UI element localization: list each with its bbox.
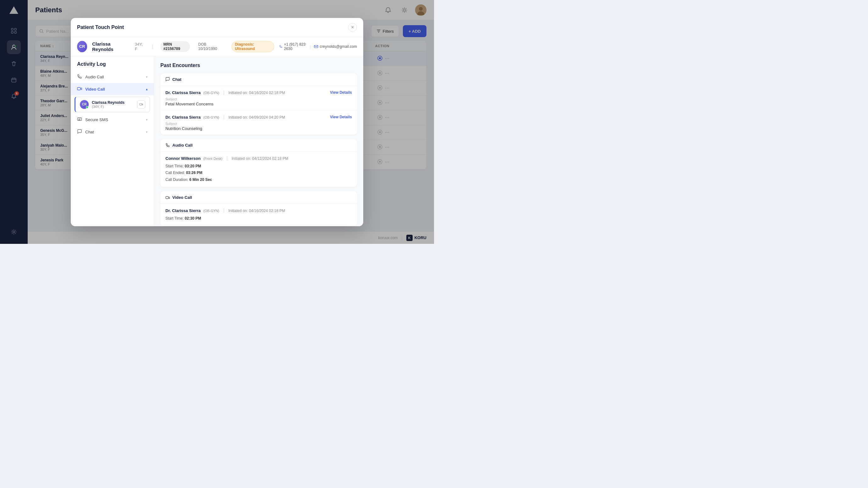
start-time: 03:20 PM [185, 164, 201, 168]
sub-item-meta: (34Y, F) [92, 105, 125, 109]
encounter-specialty: (OB-GYN) [203, 91, 219, 95]
video-section-label: Video Call [172, 195, 192, 200]
chat-icon [77, 129, 82, 135]
sub-item-name: Clarissa Reynolds [92, 100, 125, 105]
secure-sms-label: Secure SMS [85, 117, 108, 122]
call-duration: 6 Min 20 Sec [189, 178, 212, 182]
encounters-title: Past Encounters [160, 63, 357, 68]
encounter-doctor: Dr. Clarissa Sierra [165, 90, 200, 95]
encounter-date: Initiated on: 04/16/2024 02:18 PM [228, 209, 285, 213]
encounter-specialty: (OB-GYN) [203, 116, 219, 119]
chat-label: Chat [85, 130, 94, 134]
phone-icon [279, 44, 282, 49]
encounter-doctor: Dr. Clarissa Sierra [165, 115, 200, 120]
audio-call-label: Audio Call [85, 74, 104, 79]
encounter-subject: Nutrition Counseling [165, 126, 352, 131]
patient-phone: +1 (917) 823 2630 [279, 42, 307, 51]
audio-call-chevron: ▾ [146, 75, 148, 79]
patient-avatar: CR [77, 41, 87, 52]
audio-section-icon [165, 143, 170, 147]
patient-email: creynolds@gmail.com [314, 44, 357, 49]
encounter-item-header: Connor Wilkerson (Front Desk) | Initiate… [165, 155, 352, 161]
activity-item-video-call[interactable]: Video Call ▴ [71, 83, 154, 95]
view-details-button-2[interactable]: View Details [330, 115, 352, 119]
patient-name: Clarissa Reynolds [92, 41, 129, 52]
modal-overlay[interactable]: Patient Touch Point × CR Clarissa Reynol… [0, 0, 434, 244]
encounter-item-video-1: Dr. Clarissa Sierra (OB-GYN) | Initiated… [160, 204, 357, 226]
encounter-section-chat-header: Chat [160, 73, 357, 86]
patient-dob: DOB 10/10/1990 [195, 41, 226, 52]
activity-item-audio-call[interactable]: Audio Call ▾ [71, 71, 154, 83]
sub-item-avatar: CR [80, 100, 89, 109]
view-details-button-1[interactable]: View Details [330, 90, 352, 95]
encounter-item-header: Dr. Clarissa Sierra (OB-GYN) | Initiated… [165, 90, 352, 95]
chat-section-label: Chat [172, 77, 182, 82]
svg-rect-31 [78, 88, 81, 90]
encounter-item-header: Dr. Clarissa Sierra (OB-GYN) | Initiated… [165, 208, 352, 213]
modal-title: Patient Touch Point [77, 25, 124, 30]
svg-rect-32 [140, 103, 142, 105]
encounter-item-chat-1: Dr. Clarissa Sierra (OB-GYN) | Initiated… [160, 86, 357, 111]
video-call-chevron: ▴ [146, 88, 148, 91]
audio-call-icon [77, 74, 82, 80]
encounter-specialty: (Front Desk) [203, 157, 222, 160]
encounter-section-video: Video Call Dr. Clarissa Sierra (OB-GYN) … [160, 191, 357, 226]
patient-email-text: creynolds@gmail.com [320, 44, 357, 49]
video-call-label: Video Call [85, 87, 105, 92]
sub-item-clarissa[interactable]: CR Clarissa Reynolds (34Y, F) [74, 97, 150, 112]
svg-rect-34 [166, 196, 168, 199]
encounter-item-header: Dr. Clarissa Sierra (OB-GYN) | Initiated… [165, 114, 352, 120]
activity-log-title: Activity Log [71, 61, 154, 71]
encounter-subject: Fetal Movement Concerns [165, 102, 352, 106]
patient-age: 34Y, F [135, 42, 145, 51]
sub-item-action-button[interactable] [137, 100, 145, 109]
activity-log-panel: Activity Log Audio Call ▾ [71, 56, 154, 226]
encounter-section-chat: Chat Dr. Clarissa Sierra (OB-GYN) | Init… [160, 73, 357, 135]
encounter-date: Initiated on: 04/12/2024 02:18 PM [231, 156, 288, 161]
chat-section-icon [165, 77, 170, 82]
secure-sms-chevron: ▾ [146, 118, 148, 121]
modal-header: Patient Touch Point × [71, 18, 363, 37]
encounter-doctor: Dr. Clarissa Sierra [165, 208, 200, 213]
video-section-icon [165, 195, 170, 200]
encounter-section-audio: Audio Call Connor Wilkerson (Front Desk)… [160, 139, 357, 187]
video-start-time: 02:30 PM [185, 216, 201, 220]
patient-diagnosis: Diagnosis: Ultrasound [231, 41, 274, 52]
patient-phone-text: +1 (917) 823 2630 [284, 42, 307, 51]
encounter-section-video-header: Video Call [160, 191, 357, 204]
activity-item-secure-sms[interactable]: Secure SMS ▾ [71, 114, 154, 126]
audio-section-label: Audio Call [172, 143, 192, 148]
modal-body: Activity Log Audio Call ▾ [71, 56, 363, 226]
encounter-specialty: (OB-GYN) [203, 209, 219, 213]
video-call-icon [77, 86, 82, 92]
encounter-date: Initiated on: 04/16/2024 02:18 PM [228, 91, 285, 95]
secure-sms-icon [77, 117, 82, 123]
call-ended: 03:26 PM [186, 171, 202, 175]
email-icon [314, 44, 318, 49]
patient-info-bar: CR Clarissa Reynolds 34Y, F | MRN #21567… [71, 37, 363, 56]
encounter-doctor: Connor Wilkerson [165, 156, 200, 161]
subject-label: Subject [165, 122, 352, 126]
call-details-video: Start Time: 02:30 PM [165, 215, 352, 222]
encounters-panel: Past Encounters Chat Dr. Clarissa Sierr [154, 56, 363, 226]
patient-contact: +1 (917) 823 2630 | creynolds@gmail.com [279, 42, 357, 51]
chat-chevron: ▾ [146, 130, 148, 134]
svg-rect-30 [314, 45, 318, 48]
modal-close-button[interactable]: × [348, 23, 357, 32]
encounter-item-chat-2: Dr. Clarissa Sierra (OB-GYN) | Initiated… [160, 111, 357, 135]
encounter-section-audio-header: Audio Call [160, 139, 357, 152]
activity-item-chat[interactable]: Chat ▾ [71, 126, 154, 138]
subject-label: Subject [165, 97, 352, 101]
online-indicator [86, 106, 88, 109]
encounter-item-audio-1: Connor Wilkerson (Front Desk) | Initiate… [160, 152, 357, 187]
call-details: Start Time: 03:20 PM Call Ended: 03:26 P… [165, 163, 352, 183]
patient-mrn: MRN #2156789 [160, 41, 190, 52]
encounter-date: Initiated on: 04/09/2024 04:20 PM [228, 115, 285, 120]
modal: Patient Touch Point × CR Clarissa Reynol… [71, 18, 363, 226]
